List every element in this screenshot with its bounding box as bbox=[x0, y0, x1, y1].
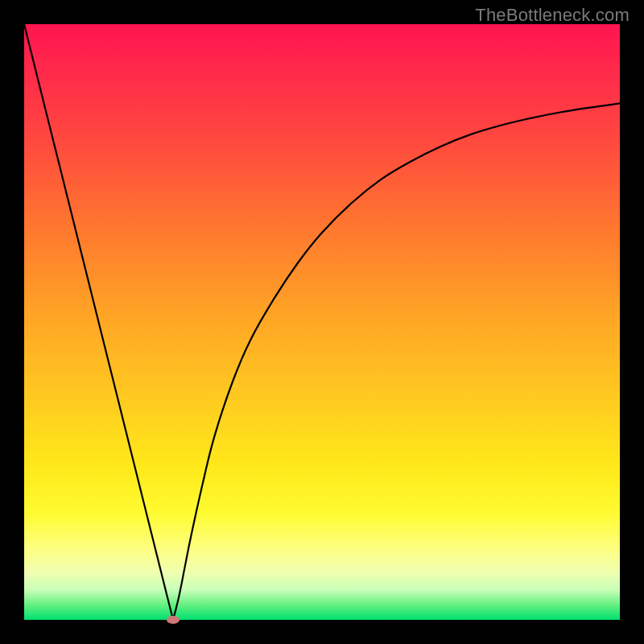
plot-area bbox=[24, 24, 620, 620]
bottleneck-curve bbox=[24, 24, 620, 620]
chart-frame: TheBottleneck.com bbox=[0, 0, 644, 644]
watermark-text: TheBottleneck.com bbox=[475, 5, 630, 26]
curve-svg bbox=[24, 24, 620, 620]
minimum-marker bbox=[167, 616, 180, 624]
